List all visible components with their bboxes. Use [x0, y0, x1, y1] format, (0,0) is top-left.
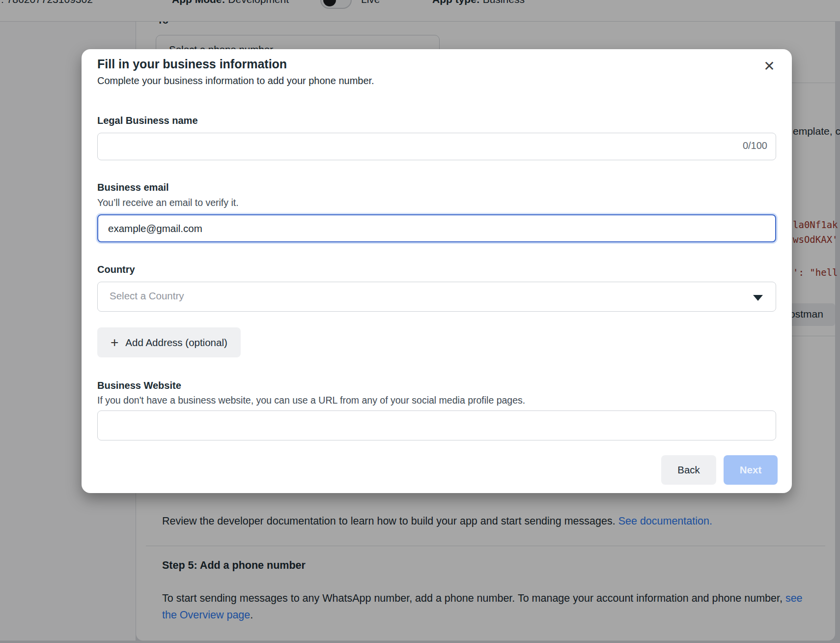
add-address-label: Add Address (optional): [125, 337, 227, 349]
business-website-label: Business Website: [97, 380, 181, 391]
business-info-modal: Fill in your business information Comple…: [82, 49, 792, 493]
modal-footer-buttons: Back Next: [661, 455, 778, 485]
legal-name-label: Legal Business name: [97, 115, 198, 126]
plus-icon: +: [111, 336, 118, 350]
business-email-label: Business email: [97, 182, 169, 193]
business-website-input[interactable]: [97, 410, 776, 440]
back-button[interactable]: Back: [661, 455, 716, 485]
business-email-helper: You’ll receive an email to verify it.: [97, 197, 239, 208]
legal-name-input[interactable]: [97, 133, 776, 160]
add-address-button[interactable]: + Add Address (optional): [97, 327, 241, 357]
modal-subtitle: Complete your business information to ad…: [97, 75, 374, 87]
business-email-input[interactable]: [97, 214, 776, 242]
country-placeholder: Select a Country: [110, 290, 184, 302]
modal-title: Fill in your business information: [97, 57, 287, 71]
business-website-helper: If you don't have a business website, yo…: [97, 395, 525, 406]
next-button[interactable]: Next: [724, 455, 778, 485]
country-label: Country: [97, 264, 135, 275]
close-icon[interactable]: ✕: [760, 57, 778, 75]
chevron-down-icon: [753, 295, 763, 301]
country-select[interactable]: Select a Country: [97, 282, 776, 312]
char-counter: 0/100: [743, 140, 767, 151]
